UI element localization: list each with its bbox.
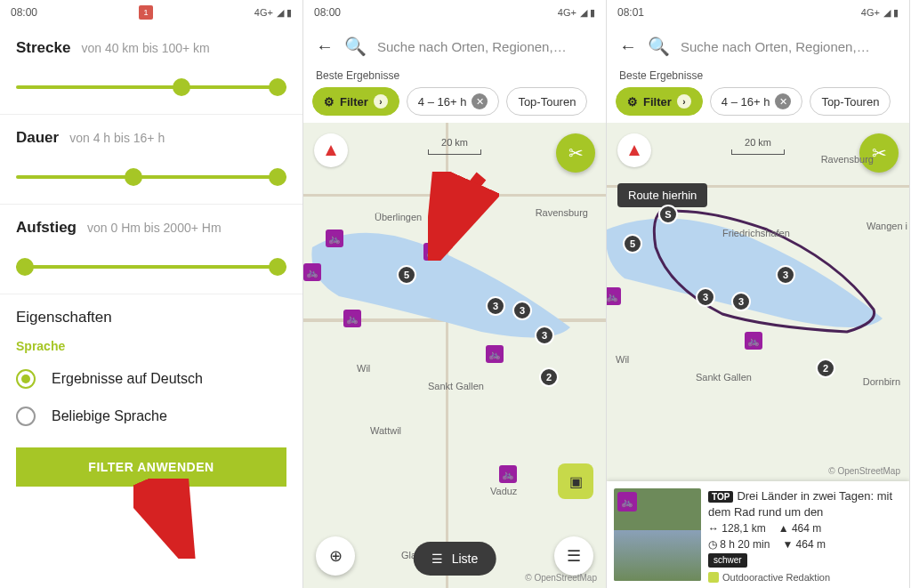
bike-icon[interactable]: 🚲: [607, 287, 621, 305]
search-icon[interactable]: 🔍: [344, 36, 367, 57]
search-bar: ← 🔍 Suche nach Orten, Regionen,…: [303, 25, 606, 68]
eigenschaften-title: Eigenschaften: [0, 294, 302, 335]
close-icon[interactable]: ✕: [775, 93, 791, 109]
route-fab[interactable]: ✂: [859, 133, 899, 173]
cluster-marker[interactable]: 3: [731, 292, 751, 311]
status-bar: 08:00 4G+◢ ▮: [303, 0, 606, 25]
bike-icon[interactable]: 🚲: [486, 345, 504, 363]
osm-attribution: © OpenStreetMap: [828, 466, 900, 476]
compass-button[interactable]: [314, 133, 348, 167]
bike-icon: 🚲: [617, 492, 637, 511]
cluster-marker[interactable]: 3: [696, 287, 715, 307]
cluster-marker[interactable]: 3: [776, 265, 795, 285]
bike-icon[interactable]: 🚲: [745, 332, 762, 350]
section-dauer: Dauer von 4 h bis 16+ h: [0, 115, 302, 205]
arrow-annotation-icon: [133, 479, 205, 559]
town-label: Überlingen: [375, 212, 422, 222]
chip-duration[interactable]: 4 – 16+ h✕: [710, 87, 803, 116]
map[interactable]: 20 km ✂ Überlingen Ravensburg Sankt Gall…: [303, 123, 606, 588]
cluster-marker[interactable]: 3: [486, 296, 505, 316]
radio-label-any: Beliebige Sprache: [52, 408, 167, 424]
chip-top[interactable]: Top-Touren: [506, 87, 587, 116]
screen-map-search: 08:00 4G+◢ ▮ ← 🔍 Suche nach Orten, Regio…: [303, 0, 607, 588]
layers-button[interactable]: ☰: [554, 536, 593, 576]
network-icon: 4G+: [861, 7, 880, 18]
town-label: Sankt Gallen: [428, 381, 484, 391]
status-time: 08:00: [314, 6, 341, 19]
cluster-marker[interactable]: 5: [397, 265, 416, 285]
results-label: Beste Ergebnisse: [303, 68, 606, 87]
cluster-marker[interactable]: 3: [535, 326, 554, 345]
dauer-slider[interactable]: [16, 166, 286, 188]
screen-filters: 08:00 1 4G+◢ ▮ Strecke von 40 km bis 100…: [0, 0, 303, 588]
strecke-range: von 40 km bis 100+ km: [81, 41, 209, 55]
chip-top[interactable]: Top-Touren: [810, 87, 891, 116]
radio-deutsch[interactable]: Ergebnisse auf Deutsch: [0, 360, 302, 398]
tour-card[interactable]: 🚲 TOPDrei Länder in zwei Tagen: mit dem …: [607, 481, 909, 588]
town-label: Friedrichshafen: [722, 228, 790, 238]
strecke-title: Strecke: [16, 39, 70, 57]
lake-shape: [607, 123, 909, 481]
cluster-marker[interactable]: 5: [623, 234, 642, 254]
status-time: 08:00: [11, 6, 37, 19]
section-aufstieg: Aufstieg von 0 Hm bis 2000+ Hm: [0, 205, 302, 294]
chip-filter[interactable]: ⚙ Filter›: [312, 87, 399, 116]
start-marker[interactable]: S: [658, 205, 678, 224]
town-label: Ravensburg: [821, 154, 874, 165]
back-icon[interactable]: ←: [316, 36, 334, 57]
bookmark-button[interactable]: ▣: [558, 463, 593, 499]
search-icon[interactable]: 🔍: [648, 36, 670, 57]
bike-icon[interactable]: 🚲: [343, 310, 361, 327]
cluster-marker[interactable]: 2: [816, 358, 835, 378]
chip-label: Filter: [643, 95, 672, 109]
town-label: Ravensburg: [536, 207, 588, 218]
tour-source: Outdooractive Redaktion: [708, 571, 902, 584]
tour-ascent: ▲ 464 m: [778, 521, 822, 536]
route-fab[interactable]: ✂: [556, 133, 595, 173]
bike-icon[interactable]: 🚲: [423, 243, 441, 261]
search-input[interactable]: Suche nach Orten, Regionen,…: [377, 39, 593, 54]
locate-button[interactable]: ⊕: [316, 536, 355, 576]
radio-any[interactable]: Beliebige Sprache: [0, 398, 302, 435]
chip-filter[interactable]: ⚙ Filter›: [616, 87, 703, 116]
top-badge: TOP: [708, 491, 733, 503]
list-button[interactable]: ☰ Liste: [414, 542, 496, 576]
strecke-slider[interactable]: [16, 77, 286, 98]
town-label: Dornbirn: [863, 376, 900, 387]
back-icon[interactable]: ←: [619, 36, 637, 57]
status-bar: 08:01 4G+◢ ▮: [607, 0, 909, 25]
source-icon: [708, 572, 719, 583]
bike-icon[interactable]: 🚲: [499, 465, 517, 483]
chip-duration[interactable]: 4 – 16+ h✕: [407, 87, 500, 116]
dauer-range: von 4 h bis 16+ h: [69, 131, 165, 145]
tour-duration: ◷ 8 h 20 min: [708, 537, 770, 552]
aufstieg-title: Aufstieg: [16, 219, 77, 237]
search-input[interactable]: Suche nach Orten, Regionen,…: [681, 39, 897, 54]
map[interactable]: 20 km ✂ Route hierhin Ravensburg Friedri…: [607, 123, 909, 481]
scale-label: 20 km: [745, 137, 771, 148]
cluster-marker[interactable]: 3: [512, 301, 532, 320]
lake-shape: [303, 123, 606, 588]
status-icons: 4G+◢ ▮: [254, 7, 292, 19]
status-bar: 08:00 1 4G+◢ ▮: [0, 0, 302, 25]
tour-distance: ↔ 128,1 km: [708, 521, 766, 536]
tour-descent: ▼ 464 m: [782, 537, 826, 552]
compass-button[interactable]: [617, 133, 651, 167]
status-badge: 1: [139, 5, 153, 20]
map-scale: 20 km: [428, 137, 481, 155]
town-label: Wangen i: [867, 221, 907, 231]
list-label: Liste: [452, 552, 479, 566]
filter-chips: ⚙ Filter› 4 – 16+ h✕ Top-Touren: [607, 87, 909, 123]
chip-label: Filter: [340, 95, 368, 109]
cluster-marker[interactable]: 2: [539, 367, 559, 387]
route-tooltip[interactable]: Route hierhin: [617, 183, 707, 207]
aufstieg-slider[interactable]: [16, 256, 286, 278]
bike-icon[interactable]: 🚲: [326, 230, 343, 247]
radio-icon: [16, 369, 36, 389]
radio-icon: [16, 407, 36, 426]
bike-icon[interactable]: 🚲: [303, 263, 321, 281]
close-icon[interactable]: ✕: [472, 93, 488, 109]
apply-filter-button[interactable]: FILTER ANWENDEN: [16, 447, 286, 487]
tour-difficulty: schwer: [708, 553, 747, 568]
network-icon: 4G+: [558, 7, 576, 18]
